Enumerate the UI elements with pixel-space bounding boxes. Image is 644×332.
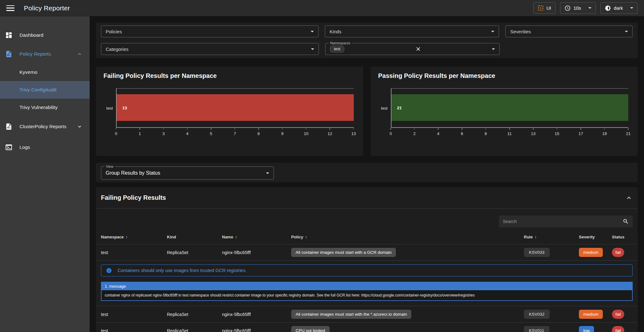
passing-bar-value: 21	[397, 105, 402, 110]
cell-namespace: test	[96, 306, 162, 323]
info-icon	[106, 268, 112, 274]
policy-chip: All container images must start with the…	[291, 310, 411, 319]
ui-button[interactable]: UI	[533, 2, 556, 14]
x-axis-tick-label: 3	[162, 128, 164, 136]
table-row[interactable]: test ReplicaSet nginx-5fbc65fff All cont…	[96, 306, 638, 323]
sidebar-item-label: Logs	[19, 144, 30, 150]
chevron-down-icon	[625, 31, 628, 32]
dashboard-icon	[5, 31, 13, 39]
status-badge: fail	[612, 326, 624, 332]
cell-kind: ReplicaSet	[162, 244, 217, 261]
sidebar-item-clusterpolicy-reports[interactable]: ClusterPolicy Reports	[0, 116, 90, 137]
x-axis-tick-label: 11	[508, 128, 512, 136]
sidebar-item-label: Trivy Vulnerability	[19, 105, 58, 110]
main-content: Policies Kinds Severities Categories Nam…	[90, 16, 644, 332]
failing-chart-category-label: test	[103, 88, 116, 128]
sidebar-item-policy-reports[interactable]: Policy Reports	[0, 45, 90, 63]
x-axis-tick-label: 8	[485, 128, 487, 136]
categories-select[interactable]: Categories	[101, 43, 319, 55]
sidebar-item-trivy-vulnerability[interactable]: Trivy Vulnerability	[0, 99, 90, 116]
column-header-namespace[interactable]: Namespace↑	[96, 230, 162, 244]
x-axis-tick-label: 10	[304, 128, 308, 136]
theme-brightness-icon	[605, 5, 611, 11]
view-select[interactable]: View Group Results by Status	[101, 166, 274, 180]
chevron-down-icon	[588, 7, 591, 9]
sort-asc-icon: ↑	[305, 235, 307, 239]
policy-chip: CPU not limited	[291, 326, 330, 332]
status-badge: fail	[612, 310, 624, 319]
x-axis-tick-label: 6	[461, 128, 463, 136]
results-title: Failing Policy Results	[101, 194, 166, 201]
namespaces-select[interactable]: Namespaces test	[325, 43, 500, 55]
menu-icon[interactable]	[6, 5, 14, 11]
cell-namespace: test	[96, 323, 162, 332]
sidebar-item-trivy-configaudit[interactable]: Trivy ConfigAudit	[0, 81, 90, 99]
ui-button-label: UI	[547, 5, 551, 11]
table-row[interactable]: test ReplicaSet nginx-5fbc65fff CPU not …	[96, 323, 638, 332]
passing-chart-bar: 21	[391, 94, 629, 121]
x-axis-tick-label: 9	[281, 128, 283, 136]
x-axis-tick-label: 7	[234, 128, 236, 136]
refresh-interval-value: 10s	[574, 5, 581, 11]
column-header-severity: Severity	[574, 230, 607, 244]
x-axis-tick-label: 0	[390, 128, 392, 136]
column-header-name[interactable]: Name↑	[217, 230, 286, 244]
rule-chip: KSV032	[524, 310, 550, 319]
file-chart-icon	[5, 50, 13, 58]
filter-panel: Policies Kinds Severities Categories Nam…	[96, 23, 638, 58]
chevron-down-icon	[630, 7, 633, 9]
rule-chip: KSV011	[524, 326, 549, 332]
ui-frame-icon	[538, 5, 544, 11]
policy-description-alert: Containers should only use images from t…	[101, 264, 633, 276]
failing-chart-plot: 13	[116, 88, 354, 128]
message-text: container nginx of replicaset nginx-5fbc…	[102, 290, 632, 300]
clear-icon[interactable]	[415, 46, 421, 52]
kinds-select[interactable]: Kinds	[325, 25, 499, 37]
column-header-policy[interactable]: Policy↑	[286, 230, 519, 244]
x-axis-tick-label: 15	[555, 128, 559, 136]
failing-chart-title: Failing Policy Results per Namespace	[103, 72, 356, 79]
table-header-row: Namespace↑ Kind Name↑ Policy↑ Rule↑ Seve…	[96, 230, 638, 244]
failing-bar-value: 13	[122, 105, 127, 110]
x-axis-tick-label: 0	[115, 128, 117, 136]
rule-chip: KSV033	[524, 248, 550, 257]
refresh-interval-select[interactable]: 10s	[560, 2, 596, 14]
table-row[interactable]: test ReplicaSet nginx-5fbc65fff All cont…	[96, 244, 638, 261]
sidebar-item-label: ClusterPolicy Reports	[19, 124, 66, 129]
cell-name: nginx-5fbc65fff	[217, 244, 286, 261]
search-box	[499, 215, 633, 227]
sidebar-item-dashboard[interactable]: Dashboard	[0, 26, 90, 45]
theme-select[interactable]: dark	[600, 2, 638, 14]
expanded-detail-row: Containers should only use images from t…	[96, 261, 638, 306]
x-axis-tick-label: 4	[186, 128, 188, 136]
policy-chip: All container images must start with a G…	[291, 248, 396, 257]
x-axis-tick-label: 1	[139, 128, 141, 136]
column-header-status: Status	[607, 230, 638, 244]
search-input[interactable]	[503, 219, 623, 224]
policies-select[interactable]: Policies	[101, 25, 319, 37]
message-block: 1. message container nginx of replicaset…	[101, 282, 633, 301]
sidebar-item-label: Kyverno	[19, 69, 37, 75]
theme-value: dark	[614, 5, 623, 11]
namespace-chip[interactable]: test	[330, 46, 344, 52]
column-header-rule[interactable]: Rule↑	[519, 230, 574, 244]
passing-chart-card: Passing Policy Results per Namespace tes…	[371, 67, 638, 156]
chevron-down-icon	[266, 172, 269, 174]
top-app-bar: Policy Reporter UI 10s dark	[0, 0, 644, 16]
namespaces-select-label: Namespaces	[329, 41, 352, 45]
x-axis-tick-label: 21	[626, 128, 630, 136]
severities-select[interactable]: Severities	[505, 25, 633, 37]
severity-badge: medium	[579, 310, 603, 319]
x-axis-tick-label: 17	[579, 128, 583, 136]
chevron-down-icon	[76, 123, 83, 130]
message-header: 1. message	[102, 282, 632, 290]
chevron-down-icon	[491, 31, 494, 32]
chevron-up-icon	[76, 51, 83, 57]
sidebar-item-kyverno[interactable]: Kyverno	[0, 63, 90, 81]
sidebar-item-label: Policy Reports	[19, 51, 51, 57]
sidebar-item-logs[interactable]: Logs	[0, 137, 90, 158]
collapse-icon[interactable]	[625, 194, 633, 202]
view-card: View Group Results by Status	[96, 163, 638, 182]
chevron-down-icon	[492, 48, 495, 50]
x-axis-tick-label: 8	[258, 128, 260, 136]
